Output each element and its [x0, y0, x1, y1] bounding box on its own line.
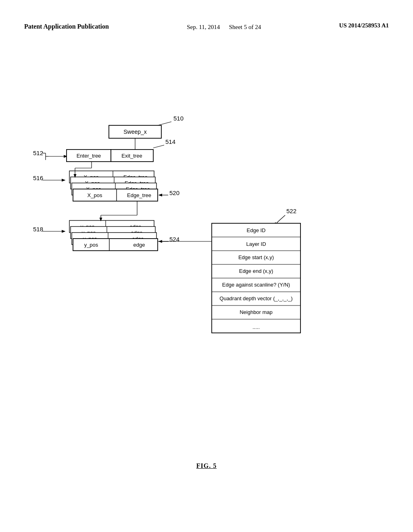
header-left: Patent Application Publication — [24, 22, 109, 31]
header-right: US 2014/258953 A1 — [339, 22, 389, 29]
svg-text:Edge ID: Edge ID — [247, 227, 266, 233]
label-510: 510 — [173, 115, 184, 122]
sweep-x-label: Sweep_x — [123, 129, 147, 135]
svg-text:X_pos: X_pos — [88, 192, 102, 198]
svg-text:Edge start (x,y): Edge start (x,y) — [238, 254, 274, 260]
header-center: Sep. 11, 2014 Sheet 5 of 24 — [187, 22, 261, 32]
exit-tree-label: Exit_tree — [121, 153, 142, 159]
label-522: 522 — [286, 208, 296, 214]
caption-text: FIG. 5 — [196, 462, 217, 469]
svg-text:edge: edge — [133, 242, 145, 248]
publication-title: Patent Application Publication — [24, 23, 109, 30]
enter-tree-label: Enter_tree — [77, 153, 101, 159]
svg-text:y_pos: y_pos — [84, 242, 98, 248]
publication-date: Sep. 11, 2014 — [187, 24, 220, 30]
diagram-area: 510 Sweep_x 514 512 Enter_tree Exit_tree — [0, 56, 413, 419]
svg-text:Edge_tree: Edge_tree — [127, 192, 151, 198]
svg-text:Edge against scanline? (Y/N): Edge against scanline? (Y/N) — [222, 282, 290, 288]
page-header: Patent Application Publication Sep. 11, … — [0, 0, 413, 32]
svg-text:Layer ID: Layer ID — [246, 241, 266, 247]
label-518: 518 — [33, 226, 43, 233]
svg-text:Neighbor map: Neighbor map — [240, 309, 273, 315]
label-516: 516 — [33, 175, 43, 181]
svg-text:Edge end (x,y): Edge end (x,y) — [239, 268, 273, 274]
label-520: 520 — [169, 189, 179, 196]
publication-number: US 2014/258953 A1 — [339, 22, 389, 29]
svg-line-1 — [153, 145, 164, 148]
diagram-svg: 510 Sweep_x 514 512 Enter_tree Exit_tree — [0, 56, 413, 419]
page: Patent Application Publication Sep. 11, … — [0, 0, 413, 532]
figure-caption: FIG. 5 — [0, 462, 413, 470]
sheet-info: Sheet 5 of 24 — [229, 24, 261, 30]
svg-text:.....: ..... — [252, 324, 260, 330]
label-514: 514 — [165, 138, 175, 145]
svg-text:Quadrant depth vector (_,_,_,_: Quadrant depth vector (_,_,_,_) — [219, 295, 292, 301]
label-512: 512 — [33, 150, 43, 156]
